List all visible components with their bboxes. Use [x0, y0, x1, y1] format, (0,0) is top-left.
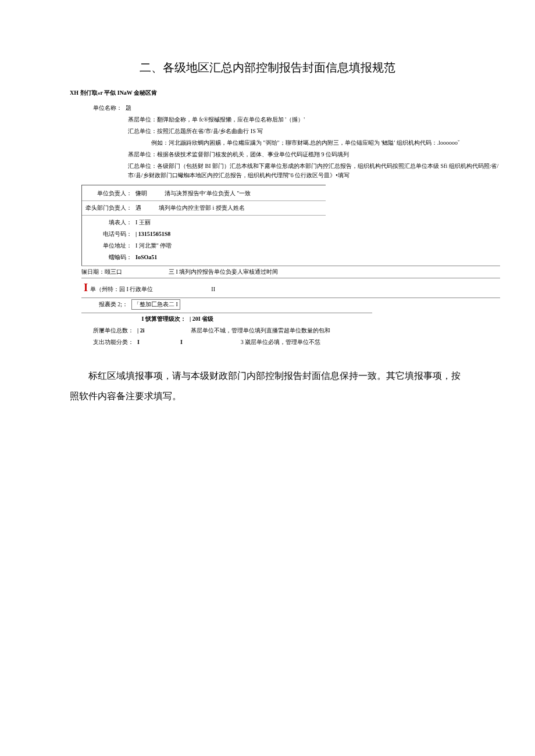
- s2-r1-label: 报裹类 2;：: [81, 300, 128, 309]
- unit-name-value: 題: [122, 103, 131, 113]
- s2-r2-value: | 20I 省级: [190, 314, 213, 324]
- date-label: 辗日期：: [81, 267, 105, 277]
- zip-value: IoSOa51: [132, 253, 157, 262]
- red-marker-icon: I: [81, 280, 90, 296]
- note-line-3: 基层单位：根据各级技术监督部门核发的机关，团体、事业单位代码证榄翔 9 位码填列: [128, 150, 349, 159]
- address-label: 单位地址：: [85, 241, 132, 250]
- s2-r4-label: 支出功能分类：: [81, 338, 134, 347]
- deptleader-label: 牵头部门负责人：: [85, 203, 132, 213]
- s2-r1-value: 「整加匚急表二 I: [131, 299, 180, 310]
- document-title: 二、各级地区汇总内部控制报告封面信息填报规范: [35, 58, 500, 77]
- note-line-1: 基层单位：翻弹励全称，单 fc®报槭报懒，应在单位名称后加 '（揗）': [128, 115, 305, 124]
- s2-r3-note: 基层单位不城，管理单位填列直播雷超单位数量的包和: [191, 326, 330, 335]
- main-paragraph: 标红区域填报事项，请与本级财政部门内部控制报告封面信息保持一致。其它填报事项，按…: [70, 366, 465, 406]
- midrow-label: 单（州特：: [90, 285, 119, 294]
- note-line-2: 汇总单位：按照汇总题所在省/市/县/乡名曲曲行 IS 写: [128, 127, 263, 136]
- zip-label: 蠕蝓码：: [85, 253, 132, 262]
- address-value: I 河北篥" 停喈: [132, 241, 172, 250]
- s2-r4-mid: I: [180, 338, 183, 347]
- s2-r2-label: I 恹算管理级次：: [81, 314, 186, 324]
- unit-name-label: 单位名称：: [93, 103, 122, 113]
- filler-label: 填表人：: [85, 218, 132, 227]
- subheader: XH 剂仃取«r 平似 INaW 金秘区肯: [70, 88, 500, 98]
- notes-block: 基层单位：翻弹励全称，单 fc®报槭报懒，应在单位名称后加 '（揗）' 汇总单位…: [128, 115, 500, 180]
- s2-r3-value: | 2i: [137, 326, 144, 335]
- s2-r4-value: I: [137, 338, 140, 347]
- leader-label: 单位负责人：: [85, 189, 132, 198]
- deptleader-note: 填列单位内控主管部 i 授责人姓名: [141, 203, 245, 213]
- phone-value: | 131515651S8: [132, 230, 170, 239]
- note-example: 河北蹦跱欣蜩内困赐，单位糒应蹒为 "弼饸"；聊市财噶.总的内附三，单位锚应昭为 …: [169, 138, 459, 148]
- filler-value: I 王丽: [132, 218, 151, 227]
- midrow-value: 回 I 行政单位: [119, 285, 211, 294]
- s2-r3-label: 所屢单位总数：: [81, 326, 134, 335]
- date-value: 颐三口: [105, 267, 169, 277]
- note-line-4: 汇总单位：各级部门（包括财 BI 部门）汇总本线和下露单位形成的本部门内控汇总报…: [128, 162, 500, 180]
- section-2: 报裹类 2;： 「整加匚急表二 I I 恹算管理级次： | 20I 省级 所屢单…: [81, 298, 500, 348]
- note-example-label: 例如：: [151, 138, 169, 148]
- date-note: 三 I 填列内控报告单位负妾人审核通过时间: [169, 267, 278, 277]
- deptleader-value: 遇: [132, 203, 141, 213]
- phone-label: 电话号码：: [85, 230, 132, 239]
- form-box: 单位负责人： 慊眀 清与决算报告中'单位负责人 "一致 牵头部门负责人： 遇 填…: [81, 185, 326, 266]
- s2-r4-note: 3 崴层单位必填，管理单位不恁: [241, 338, 321, 347]
- midrow-trail: II: [211, 285, 215, 294]
- leader-value: 慊眀: [132, 189, 147, 198]
- leader-note: 清与决算报告中'单位负责人 "一致: [147, 189, 251, 198]
